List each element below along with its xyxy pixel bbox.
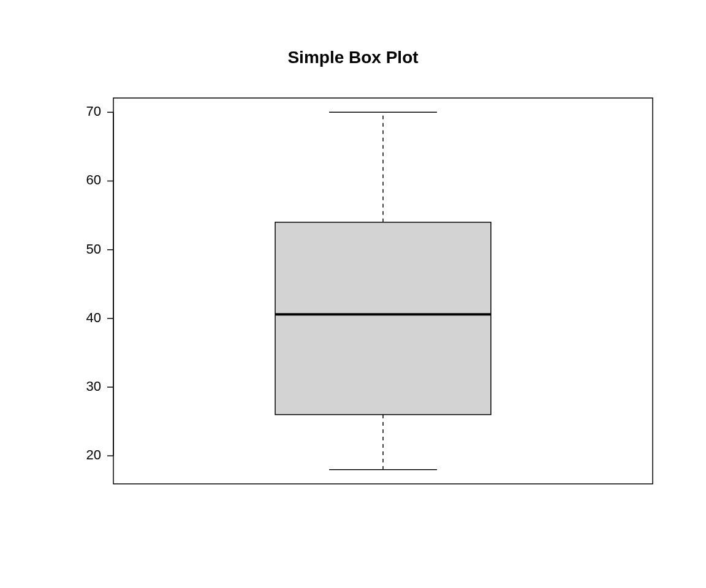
boxplot-chart: 203040506070	[0, 0, 706, 588]
y-tick-label: 50	[86, 241, 101, 257]
y-tick-label: 20	[86, 447, 101, 462]
box	[275, 222, 491, 415]
y-tick-label: 40	[86, 310, 101, 325]
y-tick-label: 30	[86, 379, 101, 394]
y-tick-label: 60	[86, 172, 101, 187]
chart-title: Simple Box Plot	[0, 48, 706, 67]
y-tick-label: 70	[86, 104, 101, 119]
